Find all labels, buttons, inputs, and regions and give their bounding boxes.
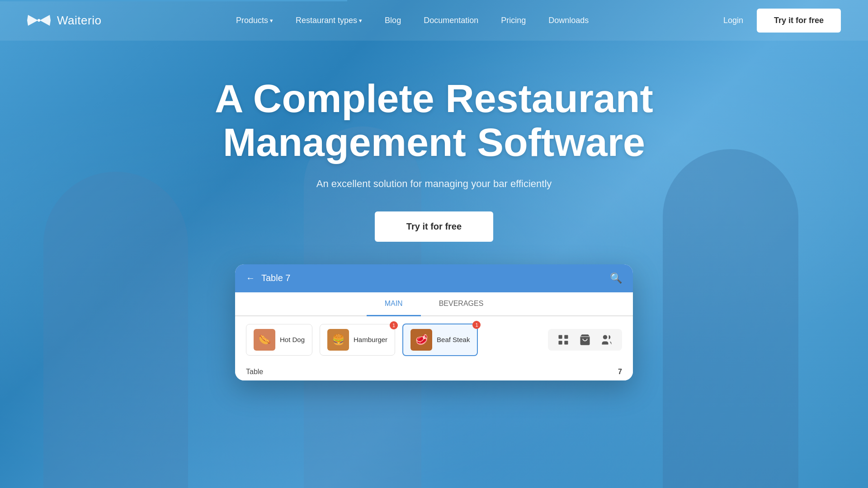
- brand-name: Waiterio: [57, 14, 101, 28]
- grid-icon: [557, 333, 570, 346]
- order-label: Table: [246, 368, 263, 376]
- nav-restaurant-types[interactable]: Restaurant types ▾: [296, 16, 362, 25]
- beef-steak-badge: 1: [472, 321, 481, 329]
- try-free-hero-button[interactable]: Try it for free: [375, 211, 493, 242]
- bag-icon-btn[interactable]: [579, 333, 591, 346]
- svg-rect-2: [564, 335, 568, 338]
- hero-title: A Complete Restaurant Management Softwar…: [0, 77, 868, 164]
- nav-pricing[interactable]: Pricing: [501, 16, 526, 25]
- nav-links: Products ▾ Restaurant types ▾ Blog Docum…: [236, 16, 589, 25]
- app-tabs: MAIN BEVERAGES: [235, 292, 633, 316]
- grid-icon-btn[interactable]: [557, 333, 570, 346]
- hamburger-image: 🍔: [327, 329, 349, 351]
- table-title: Table 7: [261, 273, 291, 283]
- hero-content: A Complete Restaurant Management Softwar…: [0, 41, 868, 242]
- nav-products[interactable]: Products ▾: [236, 16, 273, 25]
- hot-dog-image: 🌭: [254, 329, 275, 351]
- nav-downloads[interactable]: Downloads: [548, 16, 589, 25]
- nav-documentation[interactable]: Documentation: [424, 16, 478, 25]
- hamburger-badge: 1: [390, 321, 398, 329]
- order-count: 7: [618, 368, 622, 376]
- menu-items-row: 🌭 Hot Dog 🍔 Hamburger 1 🥩 Beaf Steak 1: [235, 316, 633, 363]
- nav-actions: Login Try it for free: [723, 9, 841, 33]
- tab-main[interactable]: MAIN: [367, 292, 421, 316]
- order-panel-icons: [548, 329, 622, 351]
- order-summary-row: Table 7: [235, 363, 633, 380]
- menu-item-hamburger[interactable]: 🍔 Hamburger: [320, 324, 395, 356]
- logo-icon: [27, 13, 51, 28]
- bag-icon: [579, 333, 591, 346]
- navbar: Waiterio Products ▾ Restaurant types ▾ B…: [0, 0, 868, 41]
- app-preview: ← Table 7 🔍 MAIN BEVERAGES 🌭 Hot Dog 🍔 H…: [235, 264, 633, 380]
- loading-bar: [0, 0, 347, 1]
- menu-item-beef-steak[interactable]: 🥩 Beaf Steak: [402, 324, 478, 356]
- nav-blog[interactable]: Blog: [385, 16, 401, 25]
- menu-item-hot-dog-wrapper: 🌭 Hot Dog: [246, 324, 312, 356]
- brand-logo[interactable]: Waiterio: [27, 13, 101, 28]
- menu-item-beef-steak-wrapper: 🥩 Beaf Steak 1: [402, 324, 478, 356]
- menu-item-hot-dog[interactable]: 🌭 Hot Dog: [246, 324, 312, 356]
- menu-item-hamburger-wrapper: 🍔 Hamburger 1: [320, 324, 395, 356]
- app-bar-left: ← Table 7: [246, 273, 291, 283]
- back-arrow-icon[interactable]: ←: [246, 273, 255, 283]
- tab-beverages[interactable]: BEVERAGES: [421, 292, 502, 316]
- svg-rect-3: [559, 341, 562, 344]
- people-icon-btn[interactable]: [600, 333, 613, 346]
- people-icon: [600, 333, 613, 346]
- svg-rect-0: [38, 19, 40, 22]
- svg-point-6: [603, 335, 607, 339]
- beef-steak-image: 🥩: [410, 329, 432, 351]
- svg-rect-1: [559, 335, 562, 338]
- hero-subtitle: An excellent solution for managing your …: [0, 178, 868, 190]
- chevron-down-icon: ▾: [270, 17, 273, 24]
- login-link[interactable]: Login: [723, 16, 743, 25]
- chevron-down-icon: ▾: [359, 17, 362, 24]
- svg-rect-4: [564, 341, 568, 344]
- try-free-header-button[interactable]: Try it for free: [757, 9, 841, 33]
- app-bar: ← Table 7 🔍: [235, 264, 633, 292]
- search-icon[interactable]: 🔍: [610, 272, 622, 284]
